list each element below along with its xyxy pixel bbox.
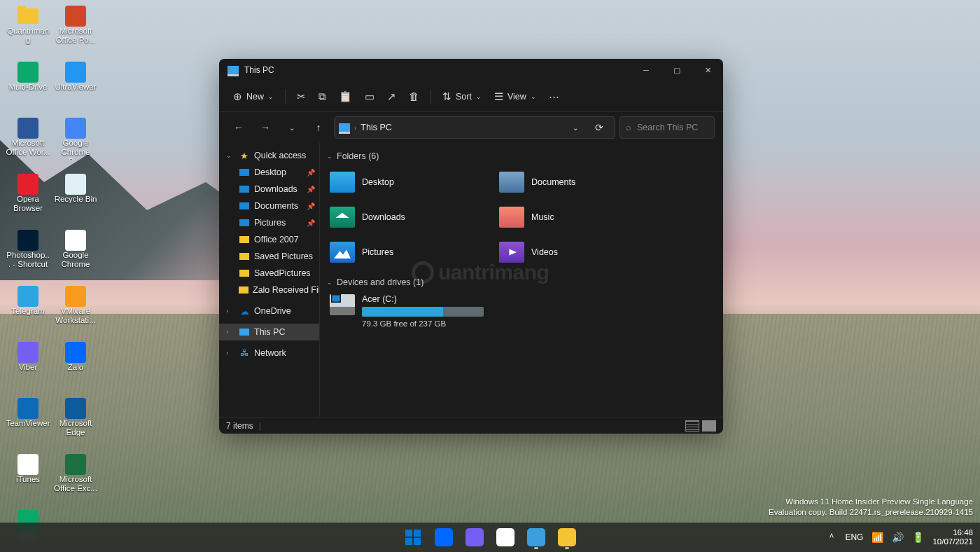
close-button[interactable]: ✕ xyxy=(692,59,723,81)
cut-button[interactable]: ✂ xyxy=(291,85,312,108)
group-header-drives[interactable]: ⌄ Devices and drives (1) xyxy=(327,277,716,287)
sidebar-item[interactable]: SavedPictures xyxy=(219,265,319,282)
chevron-down-icon: ⌄ xyxy=(226,152,234,159)
desktop-icon[interactable]: Microsoft Edge xyxy=(52,398,99,451)
desktop-icon[interactable]: UltraViewer xyxy=(52,62,99,115)
sidebar-network[interactable]: › 🖧 Network xyxy=(219,345,319,361)
battery-icon[interactable]: 🔋 xyxy=(912,532,924,543)
app-icon xyxy=(64,118,88,139)
desktop-icon[interactable]: Telegram xyxy=(4,286,52,339)
desktop-icon[interactable]: Zalo xyxy=(52,342,99,395)
clock[interactable]: 16:48 10/07/2021 xyxy=(932,528,973,546)
chrome-icon xyxy=(496,528,514,546)
search-input[interactable]: ⌕ Search This PC xyxy=(620,116,715,139)
desktop-icon[interactable]: iTunes xyxy=(4,454,52,507)
desktop-icon[interactable]: Microsoft Office Po... xyxy=(52,6,99,59)
desktop-icon[interactable]: TeamViewer xyxy=(4,398,52,451)
taskbar-app-zalo[interactable] xyxy=(430,524,457,551)
recent-button[interactable]: ⌄ xyxy=(281,116,303,139)
icon-label: TeamViewer xyxy=(4,419,51,428)
icon-label: Microsoft Office Exc... xyxy=(52,475,99,493)
folder-item[interactable]: Desktop xyxy=(327,167,488,198)
tiles-view-button[interactable] xyxy=(702,420,716,432)
view-icon: ☰ xyxy=(494,90,503,103)
new-button[interactable]: ⊕New⌄ xyxy=(227,85,279,108)
folder-item[interactable]: Videos xyxy=(496,237,657,268)
share-icon: ↗ xyxy=(387,90,396,103)
desktop-icon[interactable]: Google Chrome xyxy=(52,230,99,283)
sidebar-item[interactable]: Downloads📌 xyxy=(219,181,319,198)
this-pc-icon xyxy=(339,123,350,132)
app-icon xyxy=(16,398,40,419)
cut-icon: ✂ xyxy=(297,90,306,103)
file-explorer-window: This PC ─ ▢ ✕ ⊕New⌄ ✂ ⧉ 📋 ▭ ↗ 🗑 ⇅Sort⌄ ☰… xyxy=(219,59,723,434)
desktop-icon[interactable]: Opera Browser xyxy=(4,174,52,227)
sort-button[interactable]: ⇅Sort⌄ xyxy=(437,85,487,108)
volume-icon[interactable]: 🔊 xyxy=(892,532,904,543)
sidebar-item[interactable]: Zalo Received Files xyxy=(219,282,319,298)
taskbar-app-start[interactable] xyxy=(400,524,426,551)
maximize-button[interactable]: ▢ xyxy=(662,59,692,81)
app-icon xyxy=(16,62,40,83)
folder-item[interactable]: Music xyxy=(496,202,657,233)
folder-label: Videos xyxy=(531,247,558,257)
copy-button[interactable]: ⧉ xyxy=(313,85,332,108)
back-button[interactable]: ← xyxy=(227,116,250,139)
taskbar-app-snip[interactable] xyxy=(523,524,550,551)
refresh-button[interactable]: ⟳ xyxy=(588,116,610,139)
command-bar: ⊕New⌄ ✂ ⧉ 📋 ▭ ↗ 🗑 ⇅Sort⌄ ☰View⌄ ⋯ xyxy=(219,81,723,112)
sidebar-onedrive[interactable]: › ☁ OneDrive xyxy=(219,303,319,319)
desktop-icon[interactable]: Multi-Drive xyxy=(4,62,52,115)
view-button[interactable]: ☰View⌄ xyxy=(489,85,542,108)
desktop-icon[interactable]: Google Chrome Dev xyxy=(52,118,99,171)
delete-button[interactable]: 🗑 xyxy=(403,85,425,108)
rename-button[interactable]: ▭ xyxy=(359,85,380,108)
desktop-icon[interactable]: Photoshop... - Shortcut xyxy=(4,230,52,283)
sidebar-item[interactable]: Saved Pictures xyxy=(219,248,319,265)
taskbar-app-explorer[interactable] xyxy=(554,524,580,551)
address-dropdown-button[interactable]: ⌄ xyxy=(564,116,587,139)
drive-free-text: 79.3 GB free of 237 GB xyxy=(362,319,484,328)
desktop-icon[interactable]: Viber xyxy=(4,342,52,395)
paste-button[interactable]: 📋 xyxy=(333,85,358,108)
taskbar-app-viber[interactable] xyxy=(461,524,488,551)
app-icon xyxy=(64,342,88,363)
breadcrumb-location[interactable]: This PC xyxy=(360,123,391,132)
address-bar[interactable]: › This PC ⌄ ⟳ xyxy=(334,116,615,139)
more-button[interactable]: ⋯ xyxy=(543,85,565,108)
forward-button[interactable]: → xyxy=(254,116,276,139)
sidebar-this-pc[interactable]: › This PC xyxy=(219,324,319,340)
system-tray: ＾ ENG 📶 🔊 🔋 16:48 10/07/2021 xyxy=(827,528,980,546)
sidebar-item[interactable]: Office 2007 xyxy=(219,231,319,248)
drive-item[interactable]: Acer (C:)79.3 GB free of 237 GB xyxy=(327,293,716,329)
folder-icon xyxy=(239,219,250,226)
icon-label: iTunes xyxy=(15,475,41,484)
desktop-icon[interactable]: Quantrimang xyxy=(4,6,52,59)
folder-item[interactable]: Downloads xyxy=(327,202,488,233)
language-indicator[interactable]: ENG xyxy=(845,532,863,542)
group-header-folders[interactable]: ⌄ Folders (6) xyxy=(327,151,716,161)
folder-icon xyxy=(239,186,250,193)
taskbar-app-chrome[interactable] xyxy=(492,524,519,551)
minimize-button[interactable]: ─ xyxy=(631,59,662,81)
desktop-icon[interactable]: Microsoft Office Wor... xyxy=(4,118,52,171)
taskbar: ＾ ENG 📶 🔊 🔋 16:48 10/07/2021 xyxy=(0,523,980,552)
up-button[interactable]: ↑ xyxy=(307,116,330,139)
desktop-icon[interactable]: VMware Workstati... xyxy=(52,286,99,339)
sidebar-item[interactable]: Pictures📌 xyxy=(219,214,319,231)
wifi-icon[interactable]: 📶 xyxy=(872,532,883,543)
desktop-icon[interactable]: Recycle Bin xyxy=(52,174,99,227)
chevron-down-icon: ⌄ xyxy=(531,93,536,100)
sidebar-item[interactable]: Desktop📌 xyxy=(219,164,319,181)
folder-item[interactable]: Pictures xyxy=(327,237,488,268)
share-button[interactable]: ↗ xyxy=(382,85,402,108)
sidebar-item[interactable]: Documents📌 xyxy=(219,198,319,214)
desktop-icon[interactable]: Microsoft Office Exc... xyxy=(52,454,99,507)
details-view-button[interactable] xyxy=(685,420,699,432)
titlebar[interactable]: This PC ─ ▢ ✕ xyxy=(219,59,723,81)
folder-item[interactable]: Documents xyxy=(496,167,657,198)
chevron-down-icon: ⌄ xyxy=(327,153,332,160)
icon-label: Google Chrome xyxy=(52,251,99,269)
sidebar-quick-access[interactable]: ⌄ ★ Quick access xyxy=(219,147,319,164)
tray-overflow-button[interactable]: ＾ xyxy=(827,531,836,544)
